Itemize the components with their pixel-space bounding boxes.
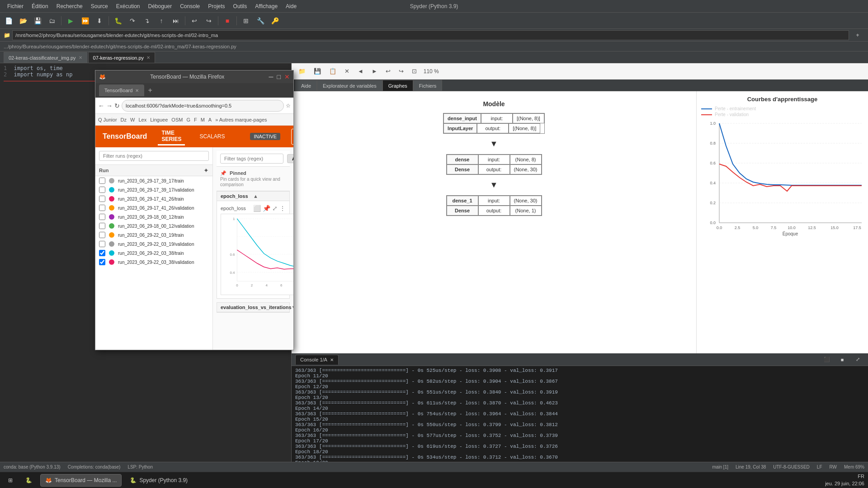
close-tab-0[interactable]: ✕ xyxy=(79,55,82,60)
bm-a[interactable]: A xyxy=(208,117,212,122)
menu-debuguer[interactable]: Déboguer xyxy=(144,2,175,10)
path-input[interactable] xyxy=(12,30,849,40)
step-over-btn[interactable]: ↷ xyxy=(126,14,139,27)
copy-btn[interactable]: 📋 xyxy=(326,66,340,76)
python-path-btn[interactable]: 🔑 xyxy=(268,14,282,27)
menu-projets[interactable]: Projets xyxy=(204,2,228,10)
chart-toggle-1[interactable]: ▼ xyxy=(292,305,293,310)
redo-btn[interactable]: ↪ xyxy=(202,14,216,27)
run-checkbox-1[interactable] xyxy=(99,187,105,193)
bm-q-junior[interactable]: Q Junior xyxy=(98,117,117,122)
tb-nav-time-series[interactable]: TIME SERIES xyxy=(158,128,185,145)
chart-pin-btn[interactable]: 📌 xyxy=(263,205,270,212)
tb-upload-btn[interactable]: ⬆ UPLOAD xyxy=(291,129,293,145)
zoom-out-btn[interactable]: ◄ xyxy=(354,66,367,76)
console-interrupt-btn[interactable]: ■ xyxy=(835,353,849,366)
debug-btn[interactable]: 🐛 xyxy=(111,14,125,27)
tb-inactive-label[interactable]: INACTIVE xyxy=(250,133,280,140)
tb-filter-tags-input[interactable] xyxy=(220,154,283,164)
run-checkbox-3[interactable] xyxy=(99,205,105,211)
step-out-btn[interactable]: ↑ xyxy=(155,14,168,27)
run-checkbox-0[interactable] xyxy=(99,178,105,184)
new-file-btn[interactable]: 📄 xyxy=(2,14,15,27)
open-folder-btn[interactable]: 📁 xyxy=(295,66,309,76)
menu-aide[interactable]: Aide xyxy=(282,2,300,10)
close-console-tab[interactable]: ✕ xyxy=(330,357,334,362)
taskbar-tb-btn[interactable]: 🦊 TensorBoard — Mozilla ... xyxy=(40,474,122,487)
menu-outils[interactable]: Outils xyxy=(230,2,251,10)
menu-console[interactable]: Console xyxy=(176,2,203,10)
run-checkbox-5[interactable] xyxy=(99,223,105,229)
aspect-btn[interactable]: ⊡ xyxy=(409,66,420,76)
tb-close-btn[interactable]: ✕ xyxy=(284,73,290,80)
continue-btn[interactable]: ⏭ xyxy=(169,14,183,27)
bm-other[interactable]: » Autres marque-pages xyxy=(215,117,267,122)
delete-btn[interactable]: ✕ xyxy=(341,66,353,76)
close-tab-1[interactable]: ✕ xyxy=(146,55,150,60)
bm-w[interactable]: W xyxy=(130,117,135,122)
browse-btn[interactable]: + xyxy=(851,29,864,42)
run-checkbox-2[interactable] xyxy=(99,196,105,202)
tb-maximize-btn[interactable]: □ xyxy=(277,73,281,80)
tb-run-header-icon[interactable]: ✦ xyxy=(203,167,209,174)
chart-toggle-0[interactable]: ▲ xyxy=(253,193,286,199)
console-expand-btn[interactable]: ⤢ xyxy=(851,353,864,366)
console-tab-1[interactable]: Console 1/A ✕ xyxy=(295,355,339,365)
menu-execution[interactable]: Exécution xyxy=(113,2,144,10)
run-checkbox-7[interactable] xyxy=(99,241,105,247)
run-checkbox-8[interactable] xyxy=(99,250,105,256)
open-file-btn[interactable]: 📂 xyxy=(16,14,30,27)
tb-minimize-btn[interactable]: ─ xyxy=(269,73,274,80)
bm-lex[interactable]: Lex xyxy=(138,117,146,122)
zoom-in-btn[interactable]: ► xyxy=(368,66,381,76)
menu-recherche[interactable]: Recherche xyxy=(53,2,86,10)
tb-back-btn[interactable]: ← xyxy=(98,102,104,109)
save-img-btn[interactable]: 💾 xyxy=(311,66,324,76)
save-all-btn[interactable]: 🗂 xyxy=(45,14,59,27)
run-cell-btn[interactable]: ⏩ xyxy=(78,14,92,27)
tb-nav-scalars[interactable]: SCALARS xyxy=(196,131,228,141)
bm-linguee[interactable]: Linguee xyxy=(150,117,168,122)
save-file-btn[interactable]: 💾 xyxy=(31,14,44,27)
stop-btn[interactable]: ■ xyxy=(221,14,234,27)
run-checkbox-6[interactable] xyxy=(99,232,105,238)
menu-affichage[interactable]: Affichage xyxy=(251,2,281,10)
bm-m[interactable]: M xyxy=(201,117,205,122)
run-checkbox-9[interactable] xyxy=(99,259,105,265)
run-btn[interactable]: ▶ xyxy=(64,14,77,27)
tab-aide[interactable]: Aide xyxy=(295,80,317,91)
tb-new-tab-btn[interactable]: + xyxy=(148,86,152,94)
file-tab-0[interactable]: 02-keras-classificateur_img.py ✕ xyxy=(4,52,87,63)
step-into-btn[interactable]: ↴ xyxy=(140,14,154,27)
taskbar-apps-btn[interactable]: ⊞ xyxy=(4,474,17,487)
console-clear-btn[interactable]: ⬛ xyxy=(820,353,834,366)
tab-graphes[interactable]: Graphes xyxy=(382,80,413,91)
layout-btn[interactable]: ⊞ xyxy=(239,14,253,27)
chart-expand-btn[interactable]: ⬜ xyxy=(253,205,261,212)
step-btn[interactable]: ⬇ xyxy=(93,14,106,27)
forward-btn[interactable]: ↪ xyxy=(396,66,407,76)
taskbar-spyder-btn[interactable]: 🐍 xyxy=(21,474,37,487)
tab-fichiers[interactable]: Fichiers xyxy=(413,80,443,91)
tb-browser-tab[interactable]: TensorBoard ✕ xyxy=(99,84,144,96)
tb-tag-all[interactable]: All xyxy=(287,154,293,163)
tb-reload-btn[interactable]: ↻ xyxy=(114,102,120,109)
tb-url-input[interactable] xyxy=(122,100,284,112)
menu-edition[interactable]: Édition xyxy=(28,2,52,10)
bm-dz[interactable]: Dz xyxy=(121,117,127,122)
chart-menu-btn[interactable]: ⋮ xyxy=(279,205,286,212)
run-checkbox-4[interactable] xyxy=(99,214,105,220)
bm-f[interactable]: F xyxy=(194,117,197,122)
tb-bookmark-btn[interactable]: ☆ xyxy=(286,103,291,109)
tab-explorateur[interactable]: Explorateur de variables xyxy=(317,80,382,91)
bm-osm[interactable]: OSM xyxy=(171,117,183,122)
menu-source[interactable]: Source xyxy=(87,2,112,10)
bm-g[interactable]: G xyxy=(186,117,190,122)
tb-filter-runs-input[interactable] xyxy=(99,151,209,161)
tb-tab-close[interactable]: ✕ xyxy=(135,88,139,93)
back-btn[interactable]: ↩ xyxy=(382,66,394,76)
taskbar-spyder-win-btn[interactable]: 🐍 Spyder (Python 3.9) xyxy=(125,474,192,487)
undo-btn[interactable]: ↩ xyxy=(188,14,201,27)
tb-forward-btn[interactable]: → xyxy=(106,102,113,109)
file-tab-1[interactable]: 07-keras-regression.py ✕ xyxy=(88,52,156,63)
